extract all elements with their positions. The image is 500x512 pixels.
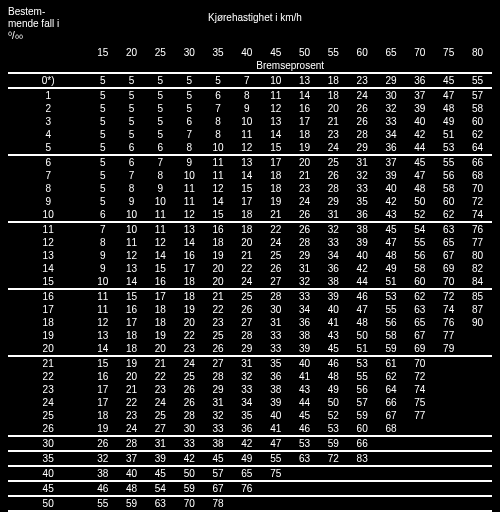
brake-value: 14 bbox=[290, 88, 319, 102]
brake-value: 26 bbox=[261, 262, 290, 275]
brake-value: 67 bbox=[434, 249, 463, 262]
brake-value: 32 bbox=[290, 275, 319, 289]
brake-value: 75 bbox=[261, 466, 290, 481]
brake-value: 16 bbox=[204, 222, 233, 236]
brake-value: 62 bbox=[377, 370, 406, 383]
brake-value bbox=[434, 436, 463, 451]
brake-value: 74 bbox=[434, 303, 463, 316]
brake-value: 47 bbox=[261, 436, 290, 451]
brake-value bbox=[434, 466, 463, 481]
brake-value bbox=[319, 466, 348, 481]
brake-value: 11 bbox=[88, 289, 117, 303]
brake-value: 5 bbox=[146, 128, 175, 141]
brake-value: 46 bbox=[319, 356, 348, 370]
brake-value: 24 bbox=[146, 396, 175, 409]
brake-value: 15 bbox=[261, 141, 290, 155]
brake-value: 8 bbox=[88, 236, 117, 249]
brake-value bbox=[434, 451, 463, 466]
brake-value: 7 bbox=[146, 155, 175, 169]
fall-label: 24 bbox=[8, 396, 88, 409]
brake-value: 57 bbox=[348, 396, 377, 409]
brake-value bbox=[290, 466, 319, 481]
brake-value: 5 bbox=[175, 88, 204, 102]
brake-value: 23 bbox=[204, 316, 233, 329]
brake-value: 18 bbox=[117, 342, 146, 356]
brake-value: 52 bbox=[319, 409, 348, 422]
brake-value: 5 bbox=[88, 141, 117, 155]
brake-value: 12 bbox=[117, 249, 146, 262]
brake-value: 11 bbox=[146, 222, 175, 236]
brake-value: 69 bbox=[434, 262, 463, 275]
brake-value: 5 bbox=[146, 88, 175, 102]
brake-value: 28 bbox=[117, 436, 146, 451]
brake-value bbox=[463, 396, 492, 409]
brake-value: 11 bbox=[146, 208, 175, 222]
fall-label: 6 bbox=[8, 155, 88, 169]
brake-value: 56 bbox=[348, 383, 377, 396]
brake-value: 26 bbox=[175, 396, 204, 409]
speed-header: 40 bbox=[232, 46, 261, 59]
brake-value: 82 bbox=[463, 262, 492, 275]
brake-value: 58 bbox=[377, 329, 406, 342]
brake-value: 60 bbox=[463, 115, 492, 128]
brake-value: 24 bbox=[290, 195, 319, 208]
brake-value: 67 bbox=[377, 409, 406, 422]
brake-value: 25 bbox=[146, 409, 175, 422]
brake-value bbox=[434, 396, 463, 409]
brake-value: 13 bbox=[117, 262, 146, 275]
brake-value: 67 bbox=[405, 329, 434, 342]
brake-value bbox=[463, 342, 492, 356]
brake-value: 70 bbox=[463, 182, 492, 195]
brake-value: 8 bbox=[232, 88, 261, 102]
brake-value: 65 bbox=[434, 236, 463, 249]
brake-value bbox=[463, 409, 492, 422]
brake-value: 34 bbox=[377, 128, 406, 141]
brake-value: 38 bbox=[319, 275, 348, 289]
brake-value: 13 bbox=[175, 222, 204, 236]
brake-value: 30 bbox=[175, 422, 204, 436]
brake-value: 18 bbox=[88, 409, 117, 422]
brake-value: 43 bbox=[319, 329, 348, 342]
brake-value: 52 bbox=[405, 208, 434, 222]
speed-header: 45 bbox=[261, 46, 290, 59]
brake-value: 12 bbox=[261, 102, 290, 115]
brake-value: 32 bbox=[348, 169, 377, 182]
brake-value: 9 bbox=[175, 155, 204, 169]
brake-value: 76 bbox=[232, 481, 261, 496]
brake-value: 26 bbox=[319, 169, 348, 182]
brake-value: 5 bbox=[175, 73, 204, 88]
brake-value: 40 bbox=[405, 115, 434, 128]
brake-value: 25 bbox=[175, 370, 204, 383]
brake-value: 65 bbox=[232, 466, 261, 481]
brake-value: 75 bbox=[405, 396, 434, 409]
brake-value: 25 bbox=[319, 155, 348, 169]
brake-value: 11 bbox=[117, 236, 146, 249]
brake-value bbox=[434, 370, 463, 383]
fall-label: 16 bbox=[8, 289, 88, 303]
brake-value: 18 bbox=[117, 329, 146, 342]
brake-value: 5 bbox=[204, 73, 233, 88]
brake-value: 53 bbox=[348, 356, 377, 370]
brake-value: 5 bbox=[88, 182, 117, 195]
brake-value: 29 bbox=[232, 342, 261, 356]
speed-header: 20 bbox=[117, 46, 146, 59]
left-title-line2: mende fall i bbox=[8, 18, 59, 29]
brake-value: 11 bbox=[175, 182, 204, 195]
brake-value: 31 bbox=[290, 262, 319, 275]
brake-value bbox=[434, 422, 463, 436]
brake-value: 62 bbox=[434, 208, 463, 222]
brake-value: 5 bbox=[88, 155, 117, 169]
brake-value: 53 bbox=[377, 289, 406, 303]
brake-value: 9 bbox=[117, 195, 146, 208]
brake-value bbox=[463, 481, 492, 496]
brake-value: 33 bbox=[290, 289, 319, 303]
brake-value: 49 bbox=[232, 451, 261, 466]
brake-value: 15 bbox=[88, 356, 117, 370]
brake-value: 63 bbox=[146, 496, 175, 511]
brake-value: 42 bbox=[405, 128, 434, 141]
brake-value: 39 bbox=[146, 451, 175, 466]
brake-value bbox=[290, 496, 319, 511]
brake-value: 36 bbox=[377, 141, 406, 155]
brake-value: 56 bbox=[434, 169, 463, 182]
fall-label: 26 bbox=[8, 422, 88, 436]
